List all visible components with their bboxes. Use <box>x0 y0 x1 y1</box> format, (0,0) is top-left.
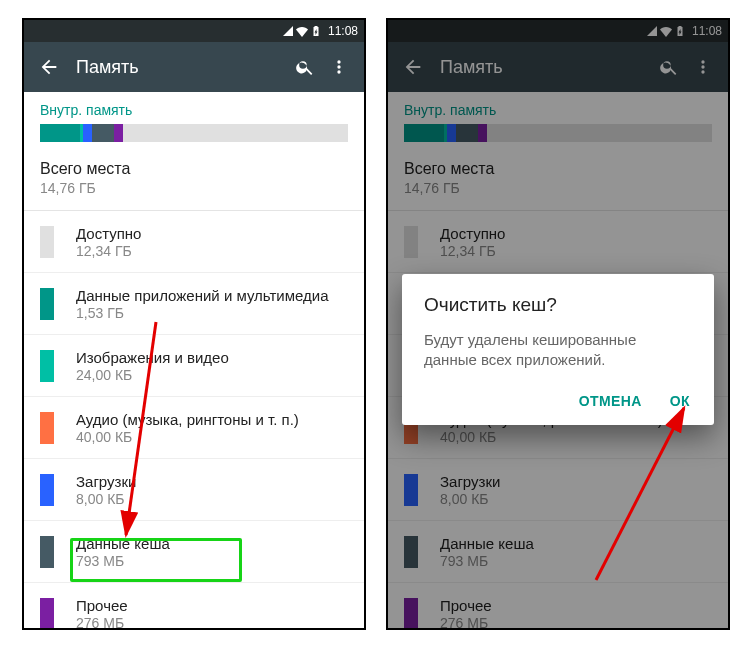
dialog-actions: ОТМЕНА ОК <box>424 389 692 415</box>
color-swatch <box>40 350 54 382</box>
row-label: Данные кеша <box>76 535 348 552</box>
storage-row[interactable]: Загрузки8,00 КБ <box>24 459 364 521</box>
storage-usage-bar <box>40 124 348 142</box>
usage-segment <box>92 124 114 142</box>
row-value: 8,00 КБ <box>76 491 348 507</box>
battery-icon <box>310 25 322 37</box>
total-space-label: Всего места <box>40 160 348 178</box>
row-label: Изображения и видео <box>76 349 348 366</box>
app-bar: Память <box>24 42 364 92</box>
clear-cache-dialog: Очистить кеш? Будут удалены кешированные… <box>402 274 714 425</box>
overflow-button[interactable] <box>322 57 356 77</box>
storage-list: Доступно12,34 ГБДанные приложений и муль… <box>24 211 364 630</box>
color-swatch <box>40 412 54 444</box>
cancel-button[interactable]: ОТМЕНА <box>579 393 642 409</box>
color-swatch <box>40 288 54 320</box>
row-label: Загрузки <box>76 473 348 490</box>
row-label: Аудио (музыка, рингтоны и т. п.) <box>76 411 348 428</box>
wifi-icon <box>296 25 308 37</box>
color-swatch <box>40 598 54 630</box>
storage-row[interactable]: Доступно12,34 ГБ <box>24 211 364 273</box>
status-bar: 11:08 <box>24 20 364 42</box>
dialog-message: Будут удалены кешированные данные всех п… <box>424 330 692 371</box>
phone-screen-right: 11:08 Память Внутр. память Всего места 1… <box>386 18 730 630</box>
row-value: 276 МБ <box>76 615 348 631</box>
storage-row[interactable]: Аудио (музыка, рингтоны и т. п.)40,00 КБ <box>24 397 364 459</box>
back-button[interactable] <box>32 56 66 78</box>
row-label: Доступно <box>76 225 348 242</box>
search-icon <box>295 57 315 77</box>
storage-row[interactable]: Данные приложений и мультимедиа1,53 ГБ <box>24 273 364 335</box>
arrow-back-icon <box>38 56 60 78</box>
storage-row[interactable]: Прочее276 МБ <box>24 583 364 630</box>
page-title: Память <box>66 57 288 78</box>
signal-icon <box>282 25 294 37</box>
row-value: 24,00 КБ <box>76 367 348 383</box>
total-space-value: 14,76 ГБ <box>40 180 348 196</box>
usage-segment <box>114 124 123 142</box>
dialog-title: Очистить кеш? <box>424 294 692 316</box>
row-label: Прочее <box>76 597 348 614</box>
row-value: 793 МБ <box>76 553 348 569</box>
color-swatch <box>40 536 54 568</box>
storage-subheader: Внутр. память <box>24 92 364 124</box>
row-label: Данные приложений и мультимедиа <box>76 287 348 304</box>
row-value: 40,00 КБ <box>76 429 348 445</box>
row-value: 1,53 ГБ <box>76 305 348 321</box>
more-vert-icon <box>329 57 349 77</box>
color-swatch <box>40 226 54 258</box>
row-value: 12,34 ГБ <box>76 243 348 259</box>
storage-row[interactable]: Данные кеша793 МБ <box>24 521 364 583</box>
ok-button[interactable]: ОК <box>670 393 690 409</box>
search-button[interactable] <box>288 57 322 77</box>
usage-segment <box>83 124 92 142</box>
usage-segment <box>40 124 80 142</box>
phone-screen-left: 11:08 Память Внутр. память Всего места 1… <box>22 18 366 630</box>
storage-row[interactable]: Изображения и видео24,00 КБ <box>24 335 364 397</box>
status-time: 11:08 <box>328 24 358 38</box>
status-icons <box>282 25 322 37</box>
total-space-section: Всего места 14,76 ГБ <box>24 156 364 211</box>
color-swatch <box>40 474 54 506</box>
